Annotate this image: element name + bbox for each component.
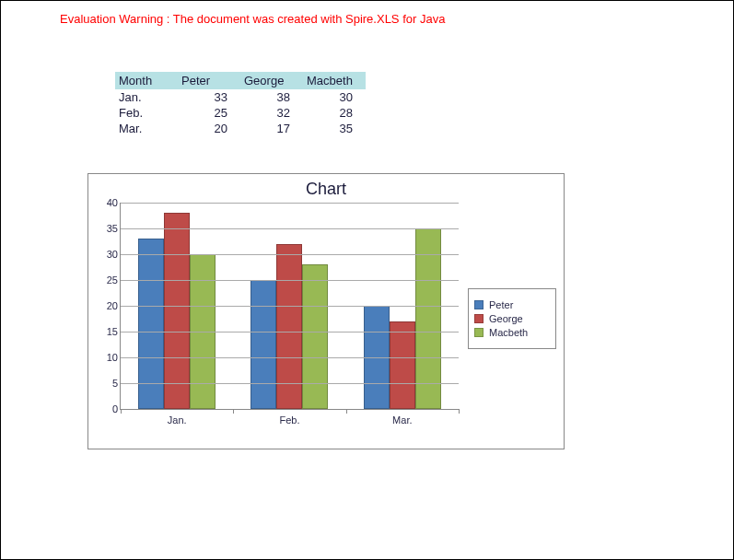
cell-value: 33 (178, 89, 240, 105)
legend-swatch (474, 300, 484, 309)
document-page: Evaluation Warning : The document was cr… (0, 0, 734, 560)
grid-line (121, 332, 459, 332)
plot-zone: 0510152025303540 Jan.Feb.Mar. (96, 203, 459, 435)
legend-item: Peter (474, 299, 550, 310)
cell-value: 32 (240, 105, 303, 121)
chart-container: Chart 0510152025303540 Jan.Feb.Mar. Pete… (87, 173, 565, 449)
col-header: George (240, 72, 303, 89)
cell-value: 17 (240, 121, 303, 136)
x-tick-mark (233, 409, 234, 414)
row-label: Feb. (115, 105, 178, 121)
bar (250, 280, 276, 409)
grid-line (121, 203, 459, 204)
plot-area: Jan.Feb.Mar. (120, 203, 459, 410)
table-row: Jan.333830 (115, 89, 366, 105)
cell-value: 38 (240, 89, 303, 105)
grid-line (121, 306, 459, 307)
x-tick-mark (459, 409, 460, 414)
x-ticks (121, 409, 459, 414)
col-header: Month (115, 72, 178, 89)
y-tick-label: 10 (107, 352, 118, 363)
bar (276, 244, 302, 409)
data-table: Month Peter George Macbeth Jan.333830Feb… (115, 72, 366, 136)
chart-body: 0510152025303540 Jan.Feb.Mar. PeterGeorg… (96, 203, 556, 435)
col-header: Macbeth (303, 72, 366, 89)
col-header: Peter (178, 72, 240, 89)
cell-value: 28 (303, 105, 366, 121)
legend-label: Peter (489, 299, 513, 310)
row-label: Mar. (115, 121, 178, 136)
y-tick-label: 30 (107, 249, 118, 260)
bar (302, 264, 328, 409)
grid-line (121, 228, 459, 229)
grid-line (121, 383, 459, 384)
y-tick-label: 40 (107, 197, 118, 208)
legend-label: George (489, 313, 523, 324)
cell-value: 30 (303, 89, 366, 105)
x-tick-mark (121, 409, 122, 414)
table-header-row: Month Peter George Macbeth (115, 72, 366, 89)
grid-line (121, 357, 459, 358)
legend-item: Macbeth (474, 327, 550, 338)
cell-value: 25 (178, 105, 240, 121)
legend: PeterGeorgeMacbeth (468, 288, 556, 349)
table-row: Feb.253228 (115, 105, 366, 121)
y-tick-label: 25 (107, 274, 118, 286)
legend-swatch (474, 314, 484, 323)
bar (415, 228, 441, 409)
chart-title: Chart (96, 180, 556, 199)
bar (390, 321, 415, 409)
grid-line (121, 254, 459, 255)
y-tick-label: 0 (112, 403, 118, 414)
legend-swatch (474, 328, 484, 337)
evaluation-warning: Evaluation Warning : The document was cr… (60, 12, 705, 26)
cell-value: 35 (303, 121, 366, 136)
y-tick-label: 35 (107, 223, 118, 234)
bar (164, 213, 190, 409)
legend-item: George (474, 313, 550, 324)
y-axis: 0510152025303540 (96, 203, 120, 409)
row-label: Jan. (115, 89, 178, 105)
cell-value: 20 (178, 121, 240, 136)
x-tick-mark (346, 409, 347, 414)
y-tick-label: 15 (107, 326, 118, 337)
y-tick-label: 5 (112, 378, 118, 389)
y-tick-label: 20 (107, 300, 118, 311)
legend-label: Macbeth (489, 327, 528, 338)
table-row: Mar.201735 (115, 121, 366, 136)
grid-line (121, 280, 459, 281)
